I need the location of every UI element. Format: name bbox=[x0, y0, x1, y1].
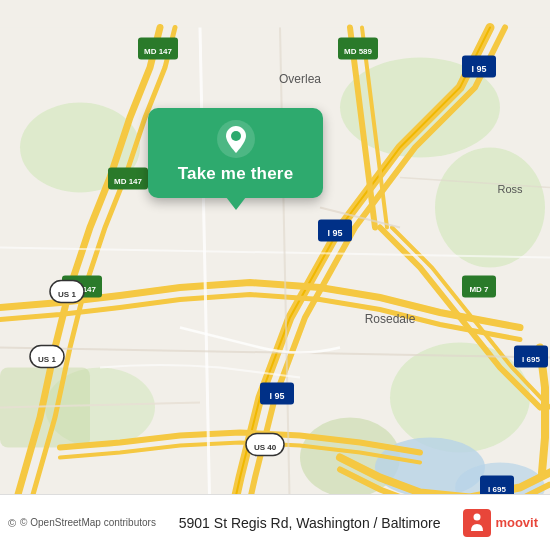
svg-text:MD 147: MD 147 bbox=[144, 47, 173, 56]
svg-text:US 1: US 1 bbox=[38, 355, 56, 364]
svg-rect-48 bbox=[463, 509, 491, 537]
svg-point-49 bbox=[474, 513, 481, 520]
map-container: I 95 I 95 I 95 MD 147 MD 147 MD 147 US 1… bbox=[0, 0, 550, 550]
svg-point-4 bbox=[390, 343, 530, 453]
svg-point-3 bbox=[435, 148, 545, 268]
svg-text:I 95: I 95 bbox=[269, 391, 284, 401]
take-me-there-label: Take me there bbox=[178, 164, 294, 184]
svg-text:I 95: I 95 bbox=[327, 228, 342, 238]
svg-text:Overlea: Overlea bbox=[279, 72, 321, 86]
svg-text:US 1: US 1 bbox=[58, 290, 76, 299]
osm-copyright: © OpenStreetMap contributors bbox=[20, 517, 156, 528]
copyright-section: © © OpenStreetMap contributors bbox=[8, 517, 156, 529]
moovit-logo: moovit bbox=[463, 509, 538, 537]
svg-text:Rosedale: Rosedale bbox=[365, 312, 416, 326]
take-me-there-popup[interactable]: Take me there bbox=[148, 108, 323, 198]
svg-text:US 40: US 40 bbox=[254, 443, 277, 452]
address-label: 5901 St Regis Rd, Washington / Baltimore bbox=[156, 515, 463, 531]
svg-text:MD 7: MD 7 bbox=[469, 285, 489, 294]
location-pin-icon bbox=[217, 120, 255, 158]
moovit-label: moovit bbox=[495, 515, 538, 530]
map-svg: I 95 I 95 I 95 MD 147 MD 147 MD 147 US 1… bbox=[0, 0, 550, 550]
svg-point-47 bbox=[231, 131, 241, 141]
svg-text:MD 147: MD 147 bbox=[114, 177, 143, 186]
copyright-symbol: © bbox=[8, 517, 16, 529]
moovit-icon bbox=[463, 509, 491, 537]
svg-text:Ross: Ross bbox=[497, 183, 523, 195]
svg-text:I 695: I 695 bbox=[522, 355, 540, 364]
svg-text:I 695: I 695 bbox=[488, 485, 506, 494]
svg-text:I 95: I 95 bbox=[471, 64, 486, 74]
svg-text:MD 589: MD 589 bbox=[344, 47, 373, 56]
bottom-bar: © © OpenStreetMap contributors 5901 St R… bbox=[0, 494, 550, 550]
